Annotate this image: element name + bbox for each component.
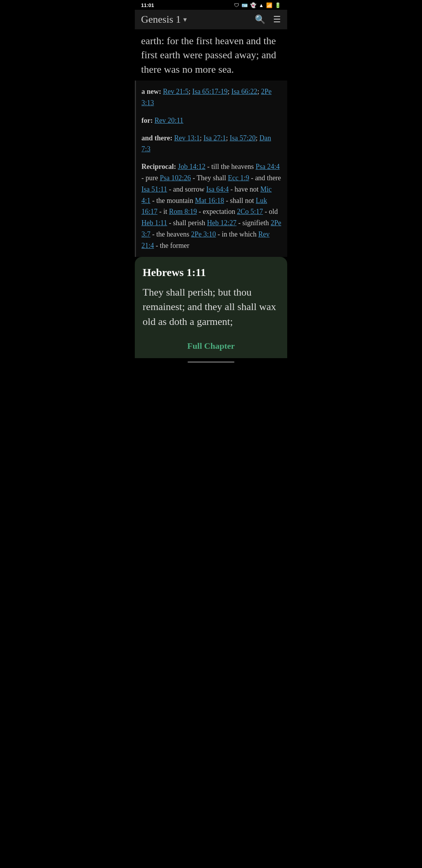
ref-link-isa65[interactable]: Isa 65:17-19 xyxy=(192,88,227,95)
ref-link-rom8-19[interactable]: Rom 8:19 xyxy=(169,208,197,215)
ref-link-2pe3-10[interactable]: 2Pe 3:10 xyxy=(191,230,216,238)
chevron-down-icon: ▾ xyxy=(183,15,187,24)
settings-button[interactable]: ☰ xyxy=(273,14,281,25)
ghost-icon: 👻 xyxy=(250,2,256,8)
home-indicator xyxy=(135,358,287,367)
cross-references-panel: a new: Rev 21:5; Isa 65:17-19; Isa 66:22… xyxy=(135,81,287,256)
cross-ref-reciprocal: Reciprocal: Job 14:12 - till the heavens… xyxy=(141,161,282,251)
nav-actions: 🔍 ☰ xyxy=(255,14,281,25)
ref-link-isa64-4[interactable]: Isa 64:4 xyxy=(206,185,229,193)
ref-link-isa27-1[interactable]: Isa 27:1 xyxy=(204,134,226,142)
full-chapter-button[interactable]: Full Chapter xyxy=(143,337,279,354)
cross-ref-for: for: Rev 20:11 xyxy=(141,115,282,126)
status-bar: 11:01 🛡 🪪 👻 ▲ 📶 🔋 xyxy=(135,0,287,10)
ref-link-rev20-11[interactable]: Rev 20:11 xyxy=(154,117,183,124)
ref-link-isa66[interactable]: Isa 66:22 xyxy=(231,88,257,95)
verse-card: Hebrews 1:11 They shall perish; but thou… xyxy=(135,257,287,358)
battery-icon: 🔋 xyxy=(275,2,281,8)
book-chapter-selector[interactable]: Genesis 1 ▾ xyxy=(141,14,187,25)
cross-ref-and-there: and there: Rev 13:1; Isa 27:1; Isa 57:20… xyxy=(141,133,282,155)
cross-ref-new: a new: Rev 21:5; Isa 65:17-19; Isa 66:22… xyxy=(141,86,282,109)
ref-link-isa57-20[interactable]: Isa 57:20 xyxy=(230,134,256,142)
ref-link-psa102-26[interactable]: Psa 102:26 xyxy=(160,174,191,182)
ref-link-isa51-11[interactable]: Isa 51:11 xyxy=(141,185,167,193)
ref-link-psa24-4[interactable]: Psa 24:4 xyxy=(256,163,280,170)
ref-link-mat16-18[interactable]: Mat 16:18 xyxy=(195,197,224,204)
ref-label-new: a new: xyxy=(141,88,163,95)
status-time: 11:01 xyxy=(141,2,154,8)
nav-bar: Genesis 1 ▾ 🔍 ☰ xyxy=(135,10,287,29)
scripture-body: earth: for the first heaven and the firs… xyxy=(141,35,276,75)
ref-link-rev13-1[interactable]: Rev 13:1 xyxy=(174,134,200,142)
ref-link-ecc1-9[interactable]: Ecc 1:9 xyxy=(228,174,249,182)
ref-label-and-there: and there: xyxy=(141,134,174,142)
scripture-text: earth: for the first heaven and the firs… xyxy=(135,29,287,81)
status-icons: 🛡 🪪 👻 ▲ 📶 🔋 xyxy=(234,2,281,8)
verse-card-text: They shall perish; but thou remainest; a… xyxy=(143,285,279,329)
wifi-icon: ▲ xyxy=(259,2,264,8)
id-icon: 🪪 xyxy=(241,2,248,8)
shield-icon: 🛡 xyxy=(234,2,239,8)
search-icon: 🔍 xyxy=(255,14,265,24)
ref-link-heb1-11[interactable]: Heb 1:11 xyxy=(141,219,167,227)
book-chapter-title: Genesis 1 xyxy=(141,14,181,25)
ref-link-2co5-17[interactable]: 2Co 5:17 xyxy=(237,208,263,215)
search-button[interactable]: 🔍 xyxy=(255,14,265,25)
verse-card-title: Hebrews 1:11 xyxy=(143,266,279,279)
home-bar xyxy=(188,361,234,363)
ref-link-rev21-5[interactable]: Rev 21:5 xyxy=(163,88,189,95)
signal-icon: 📶 xyxy=(266,2,272,8)
ref-link-job14-12[interactable]: Job 14:12 xyxy=(178,163,206,170)
sliders-icon: ☰ xyxy=(273,14,281,24)
ref-label-reciprocal: Reciprocal: xyxy=(141,163,178,170)
ref-label-for: for: xyxy=(141,117,154,124)
ref-link-heb12-27[interactable]: Heb 12:27 xyxy=(207,219,237,227)
